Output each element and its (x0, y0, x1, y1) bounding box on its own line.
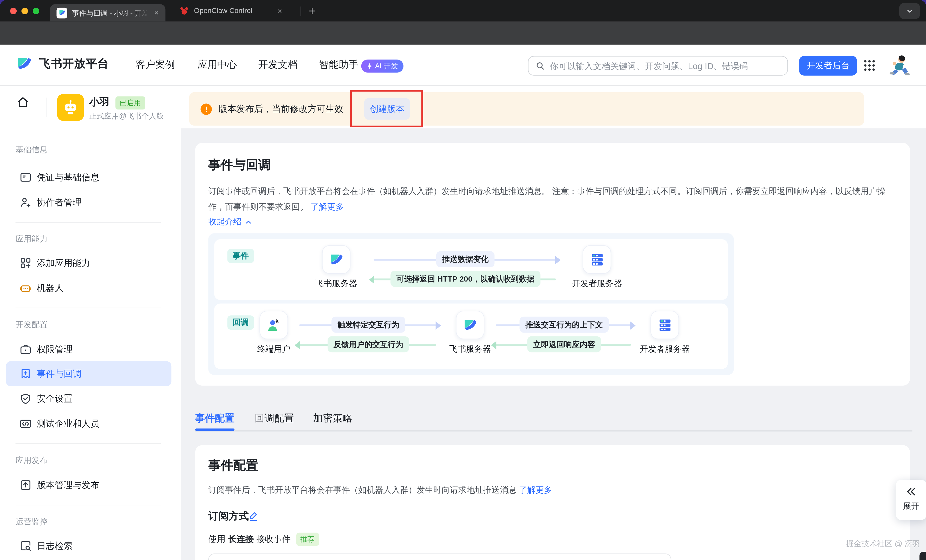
feishu-server-icon (322, 245, 350, 274)
node-label: 开发者服务器 (640, 344, 690, 355)
sidebar-section-monitor: 运营监控 (16, 516, 48, 527)
event-config-card: 事件配置 订阅事件后，飞书开放平台将会在事件（如机器人入群）发生时向请求地址推送… (195, 445, 910, 560)
traffic-close-icon[interactable] (10, 8, 17, 14)
app-avatar[interactable] (57, 94, 84, 121)
sidebar-item-test-org[interactable]: 测试企业和人员 (0, 411, 181, 436)
robot-icon (19, 282, 32, 295)
tab-encrypt-policy[interactable]: 加密策略 (313, 412, 352, 425)
code-window-icon (19, 417, 32, 430)
developer-server-icon (651, 311, 679, 339)
feishu-favicon-icon (56, 8, 67, 18)
user-avatar[interactable] (888, 53, 912, 77)
tab-search-button[interactable] (899, 3, 920, 19)
nav-app-center[interactable]: 应用中心 (198, 58, 237, 71)
arrow-label: 可选择返回 HTTP 200，以确认收到数据 (390, 271, 540, 287)
learn-more-link[interactable]: 了解更多 (311, 202, 344, 211)
end-user-icon (259, 311, 288, 339)
event-flag-icon (19, 367, 32, 380)
search-box[interactable] (528, 56, 788, 76)
home-icon[interactable] (16, 95, 30, 109)
tab-feishu-console[interactable]: 事件与回调 - 小羽 - 开发者后台 × (50, 4, 165, 21)
tabs-divider (195, 430, 912, 431)
site-header: 飞书开放平台 客户案例 应用中心 开发文档 智能助手 AI 开发 开发者后台 (0, 45, 926, 86)
expand-label: 展开 (903, 501, 919, 512)
search-input[interactable] (550, 61, 781, 71)
sidebar-item-version-release[interactable]: 版本管理与发布 (0, 473, 181, 498)
sidebar-item-credential[interactable]: 凭证与基础信息 (0, 165, 181, 190)
diagram-event-row: 事件 推送数据变化 可选择返回 HTTP 200，以确认收到数据 飞书服务器 开… (214, 239, 728, 300)
status-badge: 已启用 (115, 97, 145, 109)
section-title: 事件配置 (208, 457, 258, 474)
subscribe-mode-title: 订阅方式 (208, 510, 249, 523)
developer-console-button[interactable]: 开发者后台 (799, 56, 857, 76)
chevron-up-icon (245, 218, 253, 226)
edit-pencil-icon[interactable] (248, 510, 259, 522)
diagram-callback-row: 回调 触发特定交互行为 反馈用户的交互行为 推送交互行为的上下文 立即返回响应内… (214, 303, 728, 369)
feishu-logo-icon (16, 55, 33, 73)
node-label: 飞书服务器 (449, 344, 491, 355)
nav-dev-docs[interactable]: 开发文档 (259, 58, 298, 71)
sidebar-item-add-capability[interactable]: 添加应用能力 (0, 251, 181, 275)
new-tab-button[interactable]: + (306, 5, 318, 17)
warning-icon: ! (200, 103, 212, 114)
annotation-highlight-box (350, 90, 423, 127)
nav-customer-cases[interactable]: 客户案例 (136, 58, 175, 71)
app-subtitle: 正式应用@飞书个人版 (89, 111, 164, 121)
events-intro-card: 事件与回调 订阅事件或回调后，飞书开放平台将会在事件（如机器人入群）发生时向请求… (195, 143, 910, 386)
arrow-label: 推送数据变化 (436, 251, 495, 267)
feishu-server-icon (456, 311, 484, 339)
tab-callback-config[interactable]: 回调配置 (255, 412, 294, 425)
node-label: 飞书服务器 (315, 278, 357, 289)
page-title: 事件与回调 (208, 156, 271, 173)
traffic-zoom-icon[interactable] (33, 8, 39, 14)
sidebar-item-bot[interactable]: 机器人 (0, 275, 181, 301)
tab-close-icon[interactable]: × (277, 6, 282, 15)
sparkle-icon (366, 63, 372, 69)
sidebar-item-log-search[interactable]: 日志检索 (0, 533, 181, 558)
active-tab-underline (195, 428, 235, 431)
arrow-label: 反馈用户的交互行为 (328, 336, 409, 352)
banner-text: 版本发布后，当前修改方可生效 (218, 103, 343, 114)
sidebar-section-release: 应用发布 (16, 455, 48, 466)
tab-close-icon[interactable]: × (154, 8, 159, 17)
arrow-label: 推送交互行为的上下文 (519, 317, 608, 333)
sidebar-item-permission[interactable]: 权限管理 (0, 337, 181, 362)
corner-widget (920, 552, 926, 560)
traffic-minimize-icon[interactable] (21, 8, 28, 14)
tab-event-config[interactable]: 事件配置 (195, 412, 235, 425)
recommended-badge: 推荐 (296, 533, 319, 546)
learn-more-link[interactable]: 了解更多 (519, 485, 552, 495)
sidebar-item-collaborator[interactable]: 协作者管理 (0, 190, 181, 215)
browser-window: 事件与回调 - 小羽 - 开发者后台 × OpenClaw Control × … (0, 0, 926, 560)
sidebar-item-events[interactable]: 事件与回调 (0, 362, 181, 386)
expand-panel-button[interactable]: 展开 (896, 480, 926, 520)
collapse-intro-link[interactable]: 收起介绍 (208, 216, 252, 227)
tab-openclaw[interactable]: OpenClaw Control × (170, 0, 295, 21)
tab-title: OpenClaw Control (194, 6, 268, 16)
apps-grid-icon[interactable] (864, 60, 877, 73)
subscribe-mode-line: 使用 长连接 接收事件 推荐 (208, 533, 319, 546)
node-label: 终端用户 (257, 344, 291, 355)
ai-dev-badge[interactable]: AI 开发 (362, 59, 404, 73)
sidebar-section-basic: 基础信息 (16, 145, 48, 155)
upload-box-icon (19, 478, 32, 492)
version-banner: ! 版本发布后，当前修改方可生效 (189, 92, 864, 126)
tab-divider (301, 6, 301, 16)
person-plus-icon (19, 196, 32, 209)
app-bar: 小羽 已启用 正式应用@飞书个人版 ! 版本发布后，当前修改方可生效 创建版本 (0, 86, 926, 128)
brand-logo[interactable]: 飞书开放平台 (16, 55, 109, 73)
sidebar-divider (16, 505, 161, 505)
log-search-icon (19, 539, 32, 552)
tab-title: 事件与回调 - 小羽 - 开发者后台 (72, 8, 148, 18)
nav-ai-assistant[interactable]: 智能助手 (319, 58, 358, 71)
id-card-icon (19, 171, 32, 184)
main-content: 事件与回调 订阅事件或回调后，飞书开放平台将会在事件（如机器人入群）发生时向请求… (181, 128, 926, 560)
sidebar-item-security[interactable]: 安全设置 (0, 386, 181, 411)
double-chevron-left-icon (905, 486, 917, 498)
browser-toolbar: open.feishu.cn/app/cli_a933bd6b8cfc9cc1/… (0, 21, 926, 44)
grid-plus-icon (19, 257, 32, 269)
connection-box (208, 554, 671, 560)
briefcase-icon (19, 343, 32, 356)
watermark: 掘金技术社区 @ 冴羽 (846, 539, 920, 549)
sidebar-divider (16, 308, 161, 308)
